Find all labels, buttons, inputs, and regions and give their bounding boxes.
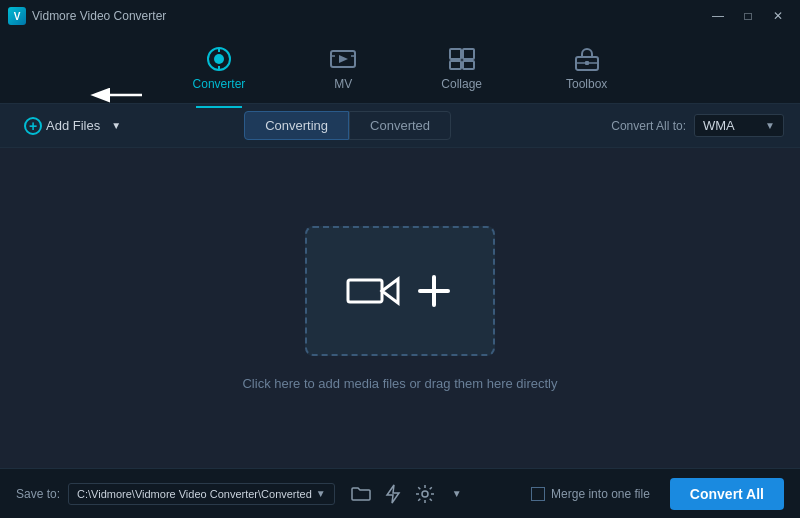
add-files-dropdown-arrow[interactable]: ▼ xyxy=(108,118,124,134)
convert-all-button[interactable]: Convert All xyxy=(670,478,784,510)
add-plus-icon xyxy=(414,271,454,311)
format-select-arrow: ▼ xyxy=(765,120,775,131)
title-bar-controls: — □ ✕ xyxy=(704,6,792,26)
add-files-button[interactable]: + Add Files xyxy=(16,113,108,139)
title-bar-left: V Vidmore Video Converter xyxy=(8,7,166,25)
bottom-bar: Save to: C:\Vidmore\Vidmore Video Conver… xyxy=(0,468,800,518)
settings-dropdown-arrow[interactable]: ▼ xyxy=(443,480,471,508)
merge-group: Merge into one file xyxy=(531,487,650,501)
close-button[interactable]: ✕ xyxy=(764,6,792,26)
collage-label: Collage xyxy=(441,77,482,91)
format-select[interactable]: WMA ▼ xyxy=(694,114,784,137)
add-files-icon: + xyxy=(24,117,42,135)
save-path-input[interactable]: C:\Vidmore\Vidmore Video Converter\Conve… xyxy=(68,483,335,505)
converter-label: Converter xyxy=(193,77,246,91)
svg-rect-10 xyxy=(463,61,474,69)
tab-group: Converting Converted xyxy=(244,111,451,140)
svg-marker-16 xyxy=(382,279,398,303)
svg-rect-8 xyxy=(463,49,474,59)
title-bar: V Vidmore Video Converter — □ ✕ xyxy=(0,0,800,32)
tab-converting[interactable]: Converting xyxy=(244,111,349,140)
nav-item-toolbox[interactable]: Toolbox xyxy=(554,37,619,99)
mv-label: MV xyxy=(334,77,352,91)
collage-icon xyxy=(448,45,476,73)
bottom-icons: ▼ xyxy=(347,480,471,508)
nav-item-collage[interactable]: Collage xyxy=(429,37,494,99)
merge-checkbox[interactable] xyxy=(531,487,545,501)
convert-all-group: Convert All to: WMA ▼ xyxy=(611,114,784,137)
app-icon: V xyxy=(8,7,26,25)
folder-icon-button[interactable] xyxy=(347,480,375,508)
svg-point-1 xyxy=(214,54,224,64)
mv-icon xyxy=(329,45,357,73)
nav-item-mv[interactable]: MV xyxy=(317,37,369,99)
maximize-button[interactable]: □ xyxy=(734,6,762,26)
toolbar: + Add Files ▼ Converting Converted Conve… xyxy=(0,104,800,148)
svg-rect-7 xyxy=(450,49,461,59)
svg-rect-9 xyxy=(450,61,461,69)
merge-label: Merge into one file xyxy=(551,487,650,501)
save-path-arrow: ▼ xyxy=(316,488,326,499)
convert-all-label: Convert All to: xyxy=(611,119,686,133)
drop-zone[interactable] xyxy=(305,226,495,356)
format-select-text: WMA xyxy=(703,118,735,133)
main-content: Click here to add media files or drag th… xyxy=(0,148,800,468)
save-path-text: C:\Vidmore\Vidmore Video Converter\Conve… xyxy=(77,488,312,500)
svg-rect-13 xyxy=(585,61,589,65)
minimize-button[interactable]: — xyxy=(704,6,732,26)
converter-icon xyxy=(205,45,233,73)
toolbox-label: Toolbox xyxy=(566,77,607,91)
nav-item-converter[interactable]: Converter xyxy=(181,37,258,99)
drag-arrow-icon xyxy=(346,268,402,314)
save-to-label: Save to: xyxy=(16,487,60,501)
svg-point-19 xyxy=(422,491,428,497)
toolbox-icon xyxy=(573,45,601,73)
title-bar-title: Vidmore Video Converter xyxy=(32,9,166,23)
add-files-label: Add Files xyxy=(46,118,100,133)
arrow-annotation xyxy=(82,80,152,110)
drop-icons xyxy=(346,268,454,314)
hint-text: Click here to add media files or drag th… xyxy=(242,376,557,391)
svg-rect-15 xyxy=(348,280,382,302)
lightning-icon-button[interactable] xyxy=(379,480,407,508)
settings-icon-button[interactable] xyxy=(411,480,439,508)
tab-converted[interactable]: Converted xyxy=(349,111,451,140)
